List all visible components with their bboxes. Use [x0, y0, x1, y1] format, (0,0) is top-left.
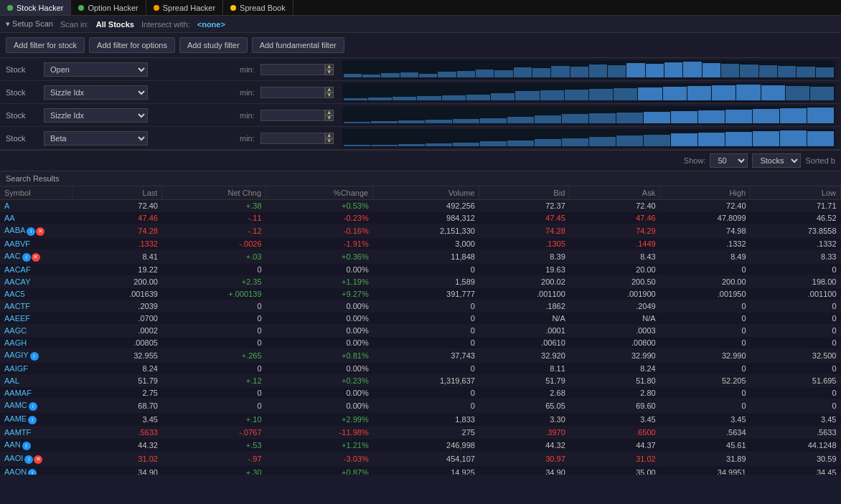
col-header-high[interactable]: High [660, 186, 751, 200]
symbol-link[interactable]: AAC [4, 252, 21, 260]
cell-symbol: AAMCi [0, 399, 72, 413]
table-row: AAL51.79+.12+0.23%1,319,63751.7951.8052.… [0, 375, 841, 387]
symbol-link[interactable]: AA [4, 214, 15, 222]
symbol-link[interactable]: AAN [4, 440, 21, 449]
info-icon[interactable]: i [24, 455, 33, 464]
cell-low: 32.500 [751, 349, 841, 363]
info-icon[interactable]: i [22, 253, 31, 262]
add-study-filter-button[interactable]: Add study filter [179, 37, 248, 53]
spin-down-1[interactable]: ▼ [325, 70, 334, 75]
cell-bid: .1862 [479, 300, 570, 313]
symbol-link[interactable]: AAOI [4, 454, 23, 462]
info-icon[interactable]: i [22, 442, 31, 450]
filters-section: Stock Open min: ▲ ▼ [0, 58, 841, 151]
cell-last: 47.46 [72, 212, 162, 224]
symbol-link[interactable]: AACAF [4, 265, 31, 274]
filter-min-input-1[interactable] [260, 64, 325, 75]
cell-bid: N/A [479, 313, 570, 325]
symbol-link[interactable]: AAIGF [4, 364, 28, 373]
filter-min-input-3[interactable] [260, 110, 325, 121]
filter-field-select-2[interactable]: Sizzle Idx [44, 85, 148, 100]
filter-type-2: Stock [6, 88, 38, 97]
spin-down-4[interactable]: ▼ [325, 138, 334, 144]
cell-symbol: AAMTF [0, 427, 72, 439]
symbol-link[interactable]: AAMTF [4, 428, 31, 437]
info-icon[interactable]: i [27, 227, 35, 236]
tab-spread-hacker[interactable]: Spread Hacker [146, 0, 223, 15]
info-icon[interactable]: i [29, 402, 37, 411]
add-filter-stock-button[interactable]: Add filter for stock [6, 37, 85, 53]
symbol-link[interactable]: AAL [4, 376, 19, 385]
spin-down-3[interactable]: ▼ [325, 115, 334, 121]
info-icon[interactable]: i [28, 469, 37, 475]
symbol-link[interactable]: AAGIY [4, 351, 29, 359]
tab-option-hacker[interactable]: Option Hacker [71, 0, 146, 15]
tab-spread-book[interactable]: Spread Book [223, 0, 293, 15]
close-icon[interactable]: ✕ [34, 455, 42, 464]
table-row: AACi✕8.41+.03+0.36%11,8488.398.438.498.3… [0, 250, 841, 264]
cell-volume: 0 [373, 313, 479, 325]
scan-in-value[interactable]: All Stocks [96, 20, 134, 29]
show-type-select[interactable]: Stocks ETFs [752, 153, 801, 168]
col-header-symbol[interactable]: Symbol [0, 186, 72, 200]
filter-min-input-4[interactable] [260, 133, 325, 144]
table-row: AAMAF2.7500.00%02.682.8000 [0, 387, 841, 399]
col-header-volume[interactable]: Volume [373, 186, 479, 200]
filter-field-select-3[interactable]: Sizzle Idx [44, 108, 148, 123]
col-header-pct-change[interactable]: %Change [266, 186, 373, 200]
setup-scan-button[interactable]: ▾ Setup Scan [6, 19, 53, 29]
cell-low: 0 [751, 363, 841, 375]
intersect-value[interactable]: <none> [197, 20, 225, 29]
cell-high: 0 [660, 337, 751, 349]
setup-row: ▾ Setup Scan Scan in: All Stocks Interse… [0, 16, 841, 33]
col-header-net-chng[interactable]: Net Chng [162, 186, 266, 200]
symbol-link[interactable]: AAGC [4, 326, 27, 335]
symbol-link[interactable]: AAEEF [4, 314, 30, 323]
filter-field-select-1[interactable]: Open [44, 62, 148, 77]
symbol-link[interactable]: AACTF [4, 302, 30, 310]
cell-symbol: AAC5 [0, 288, 72, 300]
cell-bid: 74.28 [479, 224, 570, 238]
symbol-link[interactable]: AABA [4, 226, 25, 234]
close-icon[interactable]: ✕ [36, 227, 44, 236]
cell-pct-change: 0.00% [266, 313, 373, 325]
tab-stock-hacker[interactable]: Stock Hacker [0, 0, 71, 15]
cell-pct-change: -1.91% [266, 238, 373, 250]
add-fundamental-filter-button[interactable]: Add fundamental filter [252, 37, 344, 53]
col-header-last[interactable]: Last [72, 186, 162, 200]
cell-last: 8.24 [72, 363, 162, 375]
filter-chart-1 [342, 60, 835, 79]
spin-down-2[interactable]: ▼ [325, 92, 334, 98]
symbol-link[interactable]: AAGH [4, 338, 27, 347]
table-section: Search Results Symbol Last Net Chng %Cha… [0, 171, 841, 475]
cell-low: .1332 [751, 238, 841, 250]
cell-bid: 32.920 [479, 349, 570, 363]
symbol-link[interactable]: AABVF [4, 239, 30, 248]
cell-high: 52.205 [660, 375, 751, 387]
cell-net-chng: -.11 [162, 212, 266, 224]
symbol-link[interactable]: AACAY [4, 277, 30, 286]
show-count-select[interactable]: 50 100 200 [710, 153, 748, 168]
col-header-bid[interactable]: Bid [479, 186, 570, 200]
cell-low: 0 [751, 387, 841, 399]
col-header-ask[interactable]: Ask [570, 186, 660, 200]
cell-high: .001950 [660, 288, 751, 300]
symbol-link[interactable]: AAON [4, 467, 27, 475]
cell-last: 19.22 [72, 264, 162, 276]
symbol-link[interactable]: AAME [4, 414, 27, 423]
symbol-link[interactable]: AAC5 [4, 290, 25, 298]
symbol-link[interactable]: AAMC [4, 401, 27, 409]
info-icon[interactable]: i [30, 352, 39, 361]
cell-net-chng: -.0026 [162, 238, 266, 250]
filter-field-select-4[interactable]: Beta [44, 131, 148, 146]
close-icon[interactable]: ✕ [32, 253, 40, 262]
cell-ask: 8.43 [570, 250, 660, 264]
symbol-link[interactable]: A [4, 201, 9, 210]
table-row: AAOIi✕31.02-.97-3.03%454,10730.9731.0231… [0, 452, 841, 466]
symbol-link[interactable]: AAMAF [4, 389, 32, 397]
cell-last: .0700 [72, 313, 162, 325]
filter-min-input-2[interactable] [260, 87, 325, 98]
add-filter-options-button[interactable]: Add filter for options [89, 37, 175, 53]
col-header-low[interactable]: Low [751, 186, 841, 200]
info-icon[interactable]: i [28, 416, 37, 424]
